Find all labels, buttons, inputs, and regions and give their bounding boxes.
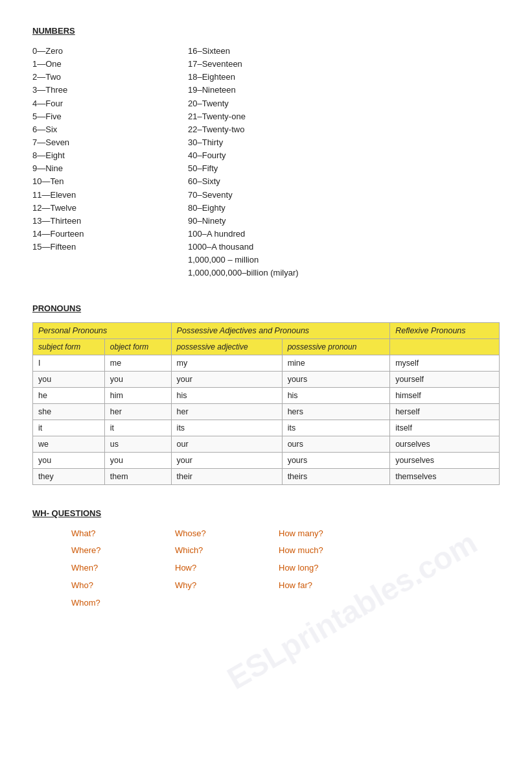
table-cell: my [171, 355, 282, 371]
number-item: 14—Fourteen [32, 228, 162, 241]
header-reflexive: Reflexive Pronouns [390, 322, 500, 338]
table-cell: me [104, 355, 171, 371]
numbers-right-col: 16–Sixteen17–Seventeen18–Eighteen19–Nine… [188, 45, 500, 280]
table-row: weusouroursourselves [33, 436, 500, 452]
table-cell: he [33, 387, 105, 403]
table-cell: her [104, 403, 171, 420]
table-cell: ours [282, 436, 390, 452]
pronouns-section: PRONOUNS Personal Pronouns Possessive Ad… [32, 303, 500, 485]
number-item: 19–Nineteen [188, 84, 500, 97]
table-cell: yours [282, 371, 390, 387]
header-possessive: Possessive Adjectives and Pronouns [171, 322, 390, 338]
table-row: theythemtheirtheirsthemselves [33, 468, 500, 484]
wh-col1: What?Where?When?Who?Whom? [71, 527, 175, 610]
number-item: 40–Fourty [188, 149, 500, 162]
number-item: 1000–A thousand [188, 241, 500, 254]
number-item: 22–Twenty-two [188, 123, 500, 136]
table-cell: us [104, 436, 171, 452]
table-cell: our [171, 436, 282, 452]
table-cell: them [104, 468, 171, 484]
number-item: 90–Ninety [188, 215, 500, 228]
number-item: 50–Fifty [188, 162, 500, 175]
number-item: 3—Three [32, 84, 162, 97]
pronouns-tbody: Imemyminemyselfyouyouyouryoursyourselfhe… [33, 355, 500, 484]
wh-item: Where? [71, 544, 175, 558]
wh-item: Why? [175, 579, 279, 593]
table-row: itititsitsitself [33, 420, 500, 436]
table-cell: it [33, 420, 105, 436]
table-cell: its [282, 420, 390, 436]
table-cell: his [171, 387, 282, 403]
table-cell: his [282, 387, 390, 403]
number-item: 7—Seven [32, 136, 162, 149]
subheader-object: object form [104, 338, 171, 355]
subheader-reflexive-empty [390, 338, 500, 355]
wh-questions-section: WH- QUESTIONS What?Where?When?Who?Whom? … [32, 508, 500, 610]
number-item: 18–Eighteen [188, 71, 500, 84]
number-item: 16–Sixteen [188, 45, 500, 58]
pronouns-table: Personal Pronouns Possessive Adjectives … [32, 322, 500, 485]
table-cell: you [104, 371, 171, 387]
subheader-poss-adj: possessive adjective [171, 338, 282, 355]
wh-item: What? [71, 527, 175, 541]
table-cell: him [104, 387, 171, 403]
pronouns-title: PRONOUNS [32, 303, 500, 313]
table-cell: your [171, 452, 282, 468]
wh-item: How many? [279, 527, 408, 541]
table-cell: her [171, 403, 282, 420]
table-cell: you [33, 371, 105, 387]
subheader-poss-pron: possessive pronoun [282, 338, 390, 355]
table-cell: yourselves [390, 452, 500, 468]
table-cell: they [33, 468, 105, 484]
table-cell: your [171, 371, 282, 387]
subheader-subject: subject form [33, 338, 105, 355]
numbers-title: NUMBERS [32, 26, 500, 36]
table-cell: themselves [390, 468, 500, 484]
wh-item: How much? [279, 544, 408, 558]
table-cell: ourselves [390, 436, 500, 452]
number-item: 12—Twelve [32, 202, 162, 215]
number-item: 30–Thirty [188, 136, 500, 149]
table-row: youyouyouryoursyourself [33, 371, 500, 387]
table-cell: she [33, 403, 105, 420]
number-item: 8—Eight [32, 149, 162, 162]
table-cell: hers [282, 403, 390, 420]
table-cell: you [104, 452, 171, 468]
number-item: 21–Twenty-one [188, 110, 500, 123]
table-cell: myself [390, 355, 500, 371]
number-item: 4—Four [32, 97, 162, 110]
wh-item: How long? [279, 562, 408, 575]
table-cell: mine [282, 355, 390, 371]
numbers-left-col: 0—Zero1—One2—Two3—Three4—Four5—Five6—Six… [32, 45, 162, 280]
wh-item: Whose? [175, 527, 279, 541]
table-cell: their [171, 468, 282, 484]
number-item: 20–Twenty [188, 97, 500, 110]
table-cell: we [33, 436, 105, 452]
wh-item: Which? [175, 544, 279, 558]
table-cell: theirs [282, 468, 390, 484]
numbers-section: NUMBERS 0—Zero1—One2—Two3—Three4—Four5—F… [32, 26, 500, 280]
table-cell: herself [390, 403, 500, 420]
table-cell: it [104, 420, 171, 436]
number-item: 5—Five [32, 110, 162, 123]
wh-col3: How many?How much?How long?How far? [279, 527, 408, 610]
number-item: 13—Thirteen [32, 215, 162, 228]
number-item: 6—Six [32, 123, 162, 136]
wh-questions-title: WH- QUESTIONS [32, 508, 500, 518]
wh-col2: Whose?Which?How?Why? [175, 527, 279, 610]
number-item: 17–Seventeen [188, 58, 500, 71]
header-personal: Personal Pronouns [33, 322, 172, 338]
table-row: hehimhishishimself [33, 387, 500, 403]
wh-item: Who? [71, 579, 175, 593]
number-item: 70–Seventy [188, 189, 500, 202]
table-row: youyouyouryoursyourselves [33, 452, 500, 468]
wh-item: Whom? [71, 597, 175, 610]
number-item: 11—Eleven [32, 189, 162, 202]
number-item: 100–A hundred [188, 228, 500, 241]
wh-item: When? [71, 562, 175, 575]
wh-item: How far? [279, 579, 408, 593]
number-item: 2—Two [32, 71, 162, 84]
table-cell: itself [390, 420, 500, 436]
number-item: 1,000,000 – million [188, 254, 500, 266]
table-row: Imemyminemyself [33, 355, 500, 371]
